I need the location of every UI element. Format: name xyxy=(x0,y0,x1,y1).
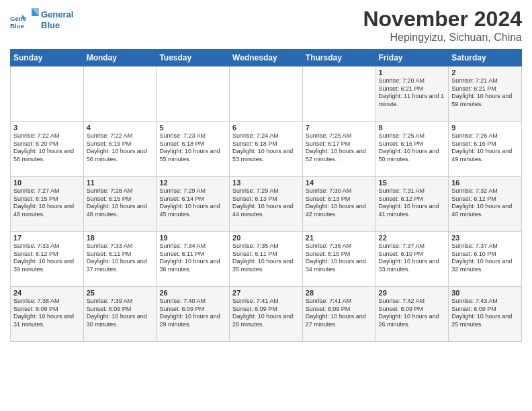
day-number: 14 xyxy=(306,179,373,187)
col-tuesday: Tuesday xyxy=(157,50,230,66)
day-number: 26 xyxy=(159,289,226,297)
col-friday: Friday xyxy=(375,50,449,66)
day-cell: 8Sunrise: 7:25 AM Sunset: 6:16 PM Daylig… xyxy=(375,122,449,177)
title-block: November 2024 Hepingyizu, Sichuan, China xyxy=(363,7,522,44)
day-cell: 12Sunrise: 7:29 AM Sunset: 6:14 PM Dayli… xyxy=(157,177,230,232)
day-info: Sunrise: 7:29 AM Sunset: 6:13 PM Dayligh… xyxy=(232,187,300,219)
day-cell: 10Sunrise: 7:27 AM Sunset: 6:15 PM Dayli… xyxy=(11,177,84,232)
day-info: Sunrise: 7:33 AM Sunset: 6:11 PM Dayligh… xyxy=(87,242,154,274)
day-number: 27 xyxy=(232,289,300,297)
day-info: Sunrise: 7:22 AM Sunset: 6:19 PM Dayligh… xyxy=(87,132,154,164)
day-cell: 28Sunrise: 7:41 AM Sunset: 6:09 PM Dayli… xyxy=(302,287,375,342)
day-number: 18 xyxy=(87,234,154,242)
day-number: 22 xyxy=(379,234,446,242)
day-cell xyxy=(230,66,303,122)
day-info: Sunrise: 7:34 AM Sunset: 6:11 PM Dayligh… xyxy=(159,242,226,274)
day-number: 24 xyxy=(13,289,81,297)
day-cell: 11Sunrise: 7:28 AM Sunset: 6:15 PM Dayli… xyxy=(83,177,157,232)
general-blue-logo: General Blue xyxy=(29,7,89,34)
day-info: Sunrise: 7:36 AM Sunset: 6:10 PM Dayligh… xyxy=(306,242,373,274)
svg-text:General: General xyxy=(41,9,73,19)
day-cell xyxy=(157,66,230,122)
day-info: Sunrise: 7:40 AM Sunset: 6:09 PM Dayligh… xyxy=(159,298,226,329)
day-number: 16 xyxy=(451,179,519,187)
logo: General Blue General Blue xyxy=(10,7,89,36)
day-info: Sunrise: 7:42 AM Sunset: 6:09 PM Dayligh… xyxy=(379,298,446,329)
col-saturday: Saturday xyxy=(449,50,522,66)
day-number: 4 xyxy=(87,124,154,132)
day-number: 2 xyxy=(451,68,519,77)
day-number: 1 xyxy=(379,68,446,77)
day-info: Sunrise: 7:24 AM Sunset: 6:18 PM Dayligh… xyxy=(232,132,300,164)
day-info: Sunrise: 7:37 AM Sunset: 6:10 PM Dayligh… xyxy=(379,242,446,274)
day-info: Sunrise: 7:25 AM Sunset: 6:17 PM Dayligh… xyxy=(306,132,373,164)
day-info: Sunrise: 7:29 AM Sunset: 6:14 PM Dayligh… xyxy=(159,187,226,219)
day-cell: 20Sunrise: 7:35 AM Sunset: 6:11 PM Dayli… xyxy=(230,232,303,287)
day-info: Sunrise: 7:23 AM Sunset: 6:18 PM Dayligh… xyxy=(159,132,226,164)
day-number: 10 xyxy=(13,179,81,187)
day-cell: 4Sunrise: 7:22 AM Sunset: 6:19 PM Daylig… xyxy=(83,122,157,177)
day-cell: 23Sunrise: 7:37 AM Sunset: 6:10 PM Dayli… xyxy=(449,232,522,287)
day-number: 11 xyxy=(87,179,154,187)
day-cell: 15Sunrise: 7:31 AM Sunset: 6:12 PM Dayli… xyxy=(375,177,449,232)
day-info: Sunrise: 7:39 AM Sunset: 6:09 PM Dayligh… xyxy=(87,298,154,329)
day-info: Sunrise: 7:38 AM Sunset: 6:09 PM Dayligh… xyxy=(13,298,81,329)
week-row-5: 24Sunrise: 7:38 AM Sunset: 6:09 PM Dayli… xyxy=(11,287,522,342)
day-cell xyxy=(11,66,84,122)
day-number: 21 xyxy=(306,234,373,242)
day-cell: 22Sunrise: 7:37 AM Sunset: 6:10 PM Dayli… xyxy=(375,232,449,287)
day-cell: 13Sunrise: 7:29 AM Sunset: 6:13 PM Dayli… xyxy=(230,177,303,232)
day-number: 28 xyxy=(306,289,373,297)
day-cell: 25Sunrise: 7:39 AM Sunset: 6:09 PM Dayli… xyxy=(83,287,157,342)
week-row-3: 10Sunrise: 7:27 AM Sunset: 6:15 PM Dayli… xyxy=(11,177,522,232)
header-row: Sunday Monday Tuesday Wednesday Thursday… xyxy=(11,50,522,66)
day-number: 12 xyxy=(159,179,226,187)
day-info: Sunrise: 7:37 AM Sunset: 6:10 PM Dayligh… xyxy=(451,242,519,274)
week-row-2: 3Sunrise: 7:22 AM Sunset: 6:20 PM Daylig… xyxy=(11,122,522,177)
day-cell: 16Sunrise: 7:32 AM Sunset: 6:12 PM Dayli… xyxy=(449,177,522,232)
day-info: Sunrise: 7:21 AM Sunset: 6:21 PM Dayligh… xyxy=(451,77,519,109)
svg-text:Blue: Blue xyxy=(10,22,24,30)
day-info: Sunrise: 7:41 AM Sunset: 6:09 PM Dayligh… xyxy=(306,298,373,329)
day-cell: 17Sunrise: 7:33 AM Sunset: 6:12 PM Dayli… xyxy=(11,232,84,287)
calendar-container: General Blue General Blue November 2024 … xyxy=(0,0,532,345)
day-number: 19 xyxy=(159,234,226,242)
day-info: Sunrise: 7:27 AM Sunset: 6:15 PM Dayligh… xyxy=(13,187,81,219)
day-number: 9 xyxy=(451,124,519,132)
day-cell: 19Sunrise: 7:34 AM Sunset: 6:11 PM Dayli… xyxy=(157,232,230,287)
day-number: 6 xyxy=(232,124,300,132)
day-cell: 2Sunrise: 7:21 AM Sunset: 6:21 PM Daylig… xyxy=(449,66,522,122)
day-cell: 6Sunrise: 7:24 AM Sunset: 6:18 PM Daylig… xyxy=(230,122,303,177)
calendar-table: Sunday Monday Tuesday Wednesday Thursday… xyxy=(10,49,522,342)
day-info: Sunrise: 7:22 AM Sunset: 6:20 PM Dayligh… xyxy=(13,132,81,164)
day-cell: 1Sunrise: 7:20 AM Sunset: 6:21 PM Daylig… xyxy=(375,66,449,122)
header: General Blue General Blue November 2024 … xyxy=(10,7,522,44)
day-cell: 24Sunrise: 7:38 AM Sunset: 6:09 PM Dayli… xyxy=(11,287,84,342)
day-number: 8 xyxy=(379,124,446,132)
location-subtitle: Hepingyizu, Sichuan, China xyxy=(363,32,522,44)
day-cell: 30Sunrise: 7:43 AM Sunset: 6:09 PM Dayli… xyxy=(449,287,522,342)
day-info: Sunrise: 7:33 AM Sunset: 6:12 PM Dayligh… xyxy=(13,242,81,274)
day-cell: 29Sunrise: 7:42 AM Sunset: 6:09 PM Dayli… xyxy=(375,287,449,342)
day-info: Sunrise: 7:41 AM Sunset: 6:09 PM Dayligh… xyxy=(232,298,300,329)
day-number: 15 xyxy=(379,179,446,187)
col-sunday: Sunday xyxy=(11,50,84,66)
day-number: 25 xyxy=(87,289,154,297)
day-info: Sunrise: 7:31 AM Sunset: 6:12 PM Dayligh… xyxy=(379,187,446,219)
day-cell xyxy=(302,66,375,122)
day-info: Sunrise: 7:26 AM Sunset: 6:16 PM Dayligh… xyxy=(451,132,519,164)
day-number: 7 xyxy=(306,124,373,132)
month-title: November 2024 xyxy=(363,7,522,32)
day-cell: 14Sunrise: 7:30 AM Sunset: 6:13 PM Dayli… xyxy=(302,177,375,232)
day-info: Sunrise: 7:43 AM Sunset: 6:09 PM Dayligh… xyxy=(451,298,519,329)
day-cell: 3Sunrise: 7:22 AM Sunset: 6:20 PM Daylig… xyxy=(11,122,84,177)
day-number: 20 xyxy=(232,234,300,242)
day-number: 23 xyxy=(451,234,519,242)
day-cell: 7Sunrise: 7:25 AM Sunset: 6:17 PM Daylig… xyxy=(302,122,375,177)
day-info: Sunrise: 7:20 AM Sunset: 6:21 PM Dayligh… xyxy=(379,77,446,109)
col-wednesday: Wednesday xyxy=(230,50,303,66)
day-cell: 5Sunrise: 7:23 AM Sunset: 6:18 PM Daylig… xyxy=(157,122,230,177)
day-number: 17 xyxy=(13,234,81,242)
col-thursday: Thursday xyxy=(302,50,375,66)
logo-icon: General Blue xyxy=(10,13,26,30)
